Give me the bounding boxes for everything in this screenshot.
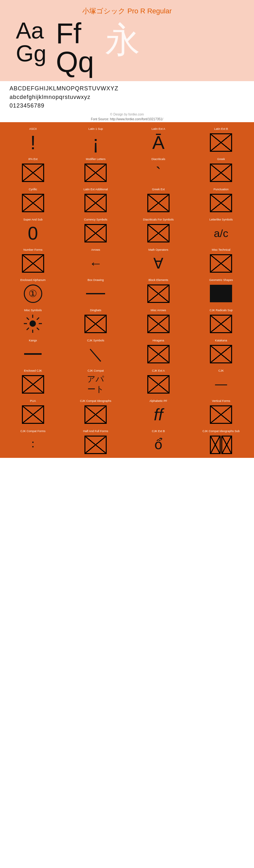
cell-content <box>145 223 172 243</box>
cell-content <box>20 374 46 395</box>
cell-label: CJK Ext B <box>128 430 189 433</box>
cell-label: Misc Symbols <box>3 309 63 312</box>
cell-label: Katakana <box>191 339 251 342</box>
grid-cell: Hiragana <box>127 335 190 366</box>
apat-display: アパート <box>87 374 104 394</box>
grid-cell: CJK Compat Forms∶ <box>2 426 65 456</box>
grid-cell: Arrows← <box>65 245 127 275</box>
grid-cell: Kangx <box>2 335 65 366</box>
kanji-area: 永 <box>104 19 142 60</box>
black-rectangle <box>210 285 232 302</box>
cell-label: Misc Technical <box>191 248 251 252</box>
xbox-placeholder <box>22 254 44 273</box>
cell-content: ¡ <box>82 132 109 153</box>
cell-label: Vertical Forms <box>191 399 251 403</box>
svg-line-5 <box>27 317 29 320</box>
delta-horn-char: ổ <box>154 437 162 453</box>
grid-cell: ASCII! <box>2 124 65 154</box>
digits: 0123456789 <box>9 101 245 110</box>
grid-cell: Vertical Forms <box>190 396 253 426</box>
xbox-placeholder <box>84 315 107 333</box>
cell-content: 0 <box>20 223 46 243</box>
cell-label: CJK Compat <box>66 369 126 373</box>
svg-line-8 <box>27 328 29 330</box>
grid-cell: Currency Symbols <box>65 214 127 245</box>
grid-cell: CJK Radicals Sup <box>190 305 253 335</box>
grid-cell: Latin Ext B <box>190 124 253 154</box>
zero-char: 0 <box>28 222 38 244</box>
xbox-placeholder <box>147 194 170 212</box>
cell-content <box>208 313 234 334</box>
cell-content: アパート <box>82 374 109 395</box>
cell-label: ASCII <box>3 127 63 131</box>
xbox-placeholder <box>147 375 170 394</box>
cell-content <box>208 283 234 304</box>
xbox-placeholder <box>210 436 221 454</box>
xbox-placeholder <box>147 345 170 363</box>
emdash-char: — <box>215 377 227 391</box>
xbox-placeholder <box>210 163 232 182</box>
cell-content <box>208 162 234 183</box>
alphabet-upper: ABCDEFGHIJKLMNOPQRSTUVWXYZ <box>9 84 245 93</box>
grid-cell: CJK Ext Bổ <box>127 426 190 456</box>
grid-cell: CJK Compat Ideographs Sub <box>190 426 253 456</box>
colon-char: ∶ <box>31 438 34 452</box>
cell-label: Box Drawing <box>66 278 126 282</box>
grid-cell: Dingbats <box>65 305 127 335</box>
font-title: 小塚ゴシック Pro R Regular <box>9 6 245 16</box>
grid-section: ASCII!Latin 1 Sup¡Latin Ext AĀLatin Ext … <box>0 122 254 458</box>
cell-content <box>20 192 46 213</box>
cell-content: ! <box>20 132 46 153</box>
cell-content <box>82 404 109 425</box>
grid-cell: Block Elements <box>127 275 190 305</box>
cell-content <box>145 344 172 364</box>
credit-line: © Design by fontke.com <box>0 112 254 117</box>
forall-symbol: ∀ <box>153 255 163 272</box>
xbox-placeholder <box>147 284 170 303</box>
xbox-placeholder <box>22 163 44 182</box>
cell-label: Latin Ext B <box>191 127 251 131</box>
cell-content <box>145 313 172 334</box>
cell-label: Greek <box>191 157 251 161</box>
grid-cell: Enclosed Alphanum① <box>2 275 65 305</box>
cell-label: Diacriticals For Symbols <box>128 218 189 221</box>
cell-label: Cyrillic <box>3 188 63 191</box>
cell-label: Latin Ext A <box>128 127 189 131</box>
cell-label: Punctuation <box>191 188 251 191</box>
grid-cell: Latin 1 Sup¡ <box>65 124 127 154</box>
cell-label: Latin 1 Sup <box>66 127 126 131</box>
kangxi-dash <box>24 353 42 355</box>
inv-exclamation-char: ¡ <box>93 131 99 154</box>
xbox-placeholder <box>84 405 107 424</box>
grid-cell: Alphabetic PFff <box>127 396 190 426</box>
xbox-placeholder <box>210 254 232 273</box>
header-section: 小塚ゴシック Pro R Regular AaGg FfQq 永 <box>0 0 254 81</box>
svg-point-0 <box>30 320 36 327</box>
cell-label: Misc Arrows <box>128 309 189 312</box>
cell-content <box>82 434 109 455</box>
xbox-placeholder <box>210 345 232 363</box>
sample-letters: AaGg FfQq 永 <box>9 19 245 76</box>
cell-label: Diacriticals <box>128 157 189 161</box>
alphabet-section: ABCDEFGHIJKLMNOPQRSTUVWXYZ abcdefghijklm… <box>0 81 254 112</box>
grid-cell: Latin Ext AĀ <box>127 124 190 154</box>
grid-cell: CJK Symbols＼ <box>65 335 127 366</box>
grid-cell: PUA <box>2 396 65 426</box>
xbox-placeholder <box>221 436 232 454</box>
cell-content: a/c <box>208 223 234 243</box>
cell-content: ∀ <box>145 253 172 274</box>
cell-content <box>20 313 46 334</box>
cell-label: Math Operators <box>128 248 189 252</box>
cell-label: Currency Symbols <box>66 218 126 221</box>
cell-content: ` <box>145 162 172 183</box>
kanji-char: 永 <box>105 22 140 57</box>
cell-label: Latin Ext Additional <box>66 188 126 191</box>
a-macron-char: Ā <box>152 132 165 153</box>
character-grid: ASCII!Latin 1 Sup¡Latin Ext AĀLatin Ext … <box>2 124 252 456</box>
cell-content: ff <box>145 404 172 425</box>
cell-content: ← <box>82 253 109 274</box>
cell-content <box>82 223 109 243</box>
xbox-placeholder <box>210 315 232 333</box>
alphabet-lower: abcdefghijklmnopqrstuvwxyz <box>9 93 245 101</box>
grid-cell: Enclosed CJK <box>2 366 65 396</box>
